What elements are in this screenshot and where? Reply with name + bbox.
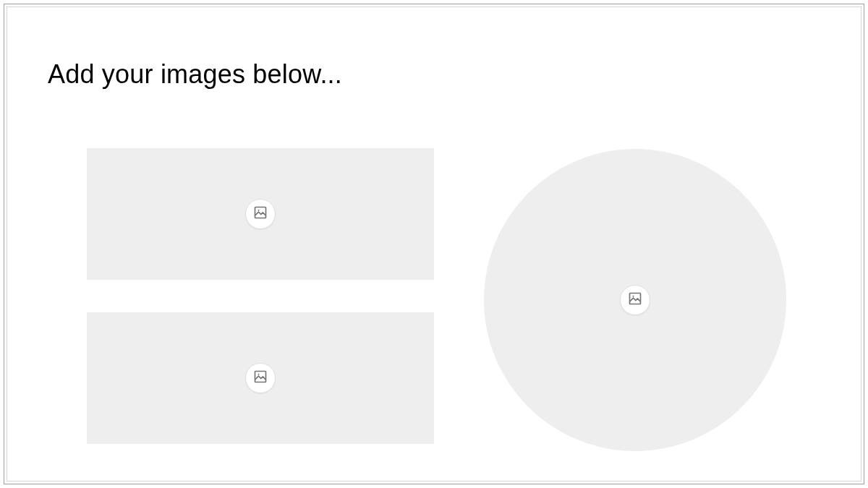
add-image-button[interactable] — [245, 199, 276, 229]
image-icon — [628, 291, 642, 309]
svg-point-5 — [633, 296, 634, 297]
svg-rect-0 — [255, 207, 266, 218]
svg-point-3 — [258, 374, 260, 375]
image-icon — [253, 205, 268, 223]
svg-rect-2 — [255, 372, 266, 382]
slide-canvas: Add your images below... — [4, 4, 864, 484]
add-image-button[interactable] — [245, 363, 276, 393]
svg-point-1 — [258, 210, 260, 211]
add-image-button[interactable] — [620, 285, 650, 315]
image-placeholder-rect-1[interactable] — [87, 148, 434, 280]
image-placeholder-rect-2[interactable] — [87, 312, 434, 444]
image-placeholder-circle[interactable] — [484, 149, 786, 451]
slide-inner: Add your images below... — [7, 7, 861, 481]
svg-rect-4 — [630, 294, 641, 304]
page-title: Add your images below... — [48, 59, 342, 90]
image-icon — [253, 369, 268, 387]
